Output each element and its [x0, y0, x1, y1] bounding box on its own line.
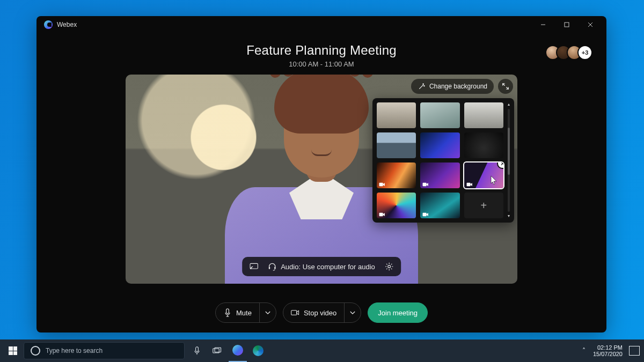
remove-background-button[interactable]: ✕	[498, 162, 503, 168]
background-option[interactable]	[420, 193, 459, 218]
background-picker-panel: ✕+ ▴ ▾	[372, 98, 514, 223]
participant-overflow-badge[interactable]: +3	[577, 45, 592, 60]
app-window: Webex Feature Planning Meeting 10:00 AM …	[36, 16, 606, 333]
scroll-up-arrow-icon[interactable]: ▴	[508, 102, 510, 107]
join-label: Join meeting	[378, 309, 418, 317]
windows-logo-icon	[9, 346, 17, 355]
video-options-caret[interactable]	[344, 303, 361, 322]
participants-stack[interactable]: +3	[550, 45, 592, 60]
background-option[interactable]	[420, 102, 459, 128]
self-preview-video: My preview Change background	[126, 75, 517, 284]
tray-overflow-icon[interactable]: ˄	[582, 347, 586, 354]
background-option[interactable]: ✕	[464, 162, 503, 188]
background-option[interactable]	[377, 162, 416, 188]
mute-button[interactable]: Mute	[215, 302, 276, 323]
background-option[interactable]	[420, 132, 459, 158]
background-panel-scrollbar[interactable]: ▴ ▾	[507, 102, 511, 218]
close-button[interactable]	[579, 16, 602, 33]
mute-label: Mute	[236, 309, 252, 317]
background-option[interactable]	[420, 162, 459, 188]
svg-rect-1	[565, 23, 569, 27]
chevron-down-icon	[265, 311, 270, 315]
svg-rect-4	[379, 183, 383, 187]
svg-rect-12	[274, 267, 275, 269]
change-background-label: Change background	[429, 83, 487, 90]
background-option[interactable]	[464, 132, 503, 158]
taskbar-time: 02:12 PM	[593, 344, 623, 351]
join-meeting-button[interactable]: Join meeting	[368, 302, 428, 323]
background-option[interactable]	[377, 132, 416, 158]
scroll-down-arrow-icon[interactable]: ▾	[508, 214, 510, 218]
edge-icon	[253, 345, 264, 356]
microphone-icon	[223, 308, 232, 317]
window-controls	[531, 16, 602, 33]
svg-rect-14	[226, 309, 229, 314]
video-background-badge-icon	[379, 182, 385, 187]
meeting-controls: Mute Stop video Join meeting	[36, 296, 606, 333]
action-center-icon[interactable]	[629, 346, 640, 356]
video-background-badge-icon	[379, 212, 385, 217]
webex-icon	[232, 345, 243, 356]
meeting-time-range: 10:00 AM - 11:00 AM	[36, 60, 606, 68]
video-background-badge-icon	[466, 182, 473, 187]
add-background-button[interactable]: +	[464, 193, 503, 218]
taskbar-date: 15/07/2020	[593, 351, 623, 357]
svg-rect-6	[466, 183, 470, 187]
search-placeholder: Type here to search	[46, 347, 103, 354]
mute-options-caret[interactable]	[259, 303, 276, 322]
taskbar-clock[interactable]: 02:12 PM 15/07/2020	[593, 344, 623, 357]
audio-options-bar: Audio: Use computer for audio	[242, 257, 401, 276]
meeting-header: Feature Planning Meeting 10:00 AM - 11:0…	[36, 33, 606, 71]
change-background-button[interactable]: Change background	[411, 79, 494, 94]
audio-label-prefix: Audio:	[281, 263, 301, 271]
headset-icon	[268, 262, 276, 271]
svg-rect-11	[269, 267, 270, 269]
maximize-button[interactable]	[555, 16, 579, 33]
svg-rect-5	[423, 183, 427, 187]
svg-rect-15	[291, 311, 297, 315]
svg-rect-7	[379, 213, 383, 217]
audio-settings-button[interactable]	[385, 262, 393, 271]
video-background-badge-icon	[422, 182, 429, 187]
mouse-cursor-icon	[491, 175, 498, 185]
test-speaker-button[interactable]	[250, 262, 258, 271]
gear-icon	[385, 262, 393, 271]
titlebar: Webex	[36, 16, 606, 33]
scrollbar-thumb[interactable]	[508, 128, 510, 175]
taskbar-app-webex[interactable]	[229, 339, 247, 362]
video-background-badge-icon	[422, 212, 429, 217]
stop-video-label: Stop video	[304, 309, 336, 317]
camera-icon	[291, 308, 299, 317]
minimize-button[interactable]	[531, 16, 555, 33]
chevron-down-icon	[350, 311, 355, 315]
audio-mode-value: Use computer for audio	[303, 263, 375, 271]
taskbar-search-box[interactable]: Type here to search	[24, 342, 185, 359]
system-tray[interactable]: ˄ 02:12 PM 15/07/2020	[582, 344, 640, 357]
svg-point-13	[387, 265, 390, 268]
stop-video-button[interactable]: Stop video	[283, 302, 361, 323]
scrollbar-track[interactable]	[508, 109, 510, 212]
magic-wand-icon	[418, 82, 426, 91]
webex-logo-icon	[44, 20, 53, 29]
meeting-title: Feature Planning Meeting	[36, 43, 606, 58]
windows-taskbar: Type here to search ˄ 02:12 PM 15/07/202…	[0, 339, 644, 362]
cortana-icon	[31, 346, 40, 356]
svg-rect-16	[196, 347, 199, 352]
background-option[interactable]	[377, 193, 416, 218]
task-view-button[interactable]	[208, 339, 226, 362]
svg-point-10	[251, 268, 252, 269]
background-option[interactable]	[377, 102, 416, 128]
start-button[interactable]	[2, 339, 24, 362]
taskbar-app-edge[interactable]	[249, 339, 267, 362]
app-title: Webex	[57, 21, 77, 28]
expand-preview-button[interactable]	[498, 79, 513, 94]
audio-mode-selector[interactable]: Audio: Use computer for audio	[268, 262, 375, 271]
taskbar-mic-button[interactable]	[188, 339, 206, 362]
cast-icon	[250, 262, 258, 271]
svg-rect-8	[423, 213, 427, 217]
background-option[interactable]	[464, 102, 503, 128]
